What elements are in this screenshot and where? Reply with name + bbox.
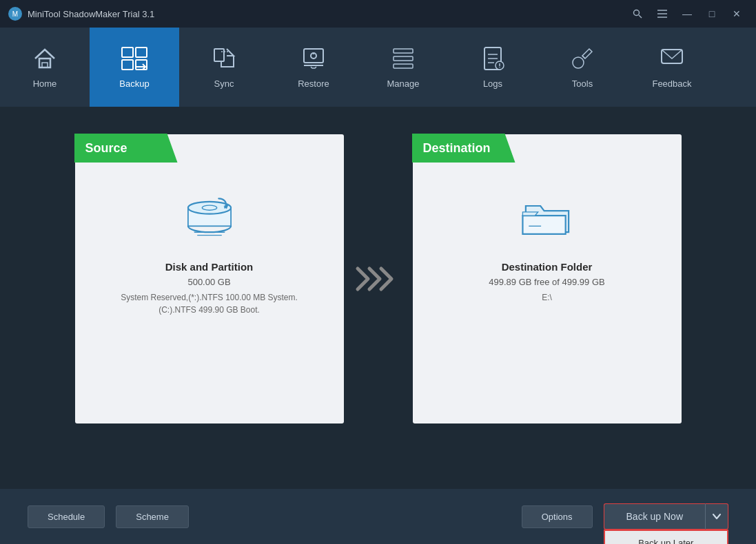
destination-free: 499.89 GB free of 499.99 GB <box>489 277 604 287</box>
nav-tools-label: Tools <box>572 79 593 89</box>
titlebar: M MiniTool ShadowMaker Trial 3.1 — □ ✕ <box>0 0 756 28</box>
backup-row: Source <box>34 134 722 423</box>
bottom-right: Options Back up Now Back up Later <box>522 503 728 530</box>
backup-dropdown-button[interactable] <box>705 503 728 530</box>
svg-rect-12 <box>304 49 323 63</box>
svg-rect-15 <box>394 49 413 53</box>
titlebar-left: M MiniTool ShadowMaker Trial 3.1 <box>8 7 154 21</box>
manage-icon <box>391 46 416 74</box>
app-icon: M <box>8 7 22 21</box>
nav-restore[interactable]: Restore <box>269 28 358 107</box>
nav-logs-label: Logs <box>483 79 502 89</box>
svg-rect-7 <box>122 48 133 57</box>
svg-point-0 <box>634 10 640 16</box>
nav-logs[interactable]: Logs <box>448 28 538 107</box>
minimize-button[interactable]: — <box>676 4 698 23</box>
nav-backup[interactable]: Backup <box>90 28 179 107</box>
nav-feedback-label: Feedback <box>652 79 691 89</box>
destination-header: Destination <box>412 134 515 163</box>
nav-feedback[interactable]: Feedback <box>627 28 717 107</box>
options-button[interactable]: Options <box>522 505 593 528</box>
source-size: 500.00 GB <box>121 277 298 287</box>
source-header: Source <box>74 134 178 163</box>
nav-backup-label: Backup <box>119 79 149 89</box>
destination-path: E:\ <box>489 291 604 304</box>
navbar: Home Backup Sync <box>0 28 756 107</box>
svg-point-25 <box>573 57 584 68</box>
nav-home[interactable]: Home <box>0 28 90 107</box>
nav-manage-label: Manage <box>387 79 420 89</box>
menu-icon[interactable] <box>651 4 673 23</box>
backup-icon <box>121 46 148 74</box>
backup-now-group: Back up Now <box>604 503 728 530</box>
feedback-icon <box>660 46 684 74</box>
svg-line-26 <box>582 56 585 59</box>
svg-rect-16 <box>394 56 413 61</box>
source-card[interactable]: Source <box>75 134 344 423</box>
logs-icon <box>480 46 505 74</box>
destination-icon-area <box>520 189 575 247</box>
scheme-button[interactable]: Scheme <box>116 505 189 528</box>
svg-rect-11 <box>214 49 224 61</box>
destination-info: Destination Folder 499.89 GB free of 499… <box>475 261 618 304</box>
nav-sync[interactable]: Sync <box>179 28 269 107</box>
destination-card[interactable]: Destination Destination Fol <box>413 134 682 423</box>
backup-dropdown-menu: Back up Later <box>604 530 728 544</box>
nav-manage[interactable]: Manage <box>358 28 448 107</box>
source-icon-area <box>182 189 237 247</box>
disk-icon <box>182 189 237 247</box>
nav-tools[interactable]: Tools <box>538 28 627 107</box>
svg-rect-8 <box>136 48 147 57</box>
restore-icon <box>301 46 326 74</box>
nav-restore-label: Restore <box>298 79 329 89</box>
schedule-button[interactable]: Schedule <box>28 505 105 528</box>
sync-icon <box>212 46 236 74</box>
search-icon[interactable] <box>626 4 648 23</box>
nav-home-label: Home <box>33 79 57 89</box>
backup-now-button[interactable]: Back up Now <box>604 503 705 530</box>
main-content: Source <box>0 107 756 444</box>
svg-rect-10 <box>136 60 147 70</box>
bottom-bar: Schedule Scheme Options Back up Now Back… <box>0 489 756 544</box>
nav-sync-label: Sync <box>214 79 234 89</box>
home-icon <box>32 46 57 74</box>
svg-rect-17 <box>394 64 413 68</box>
tools-icon <box>570 46 595 74</box>
svg-line-1 <box>639 15 642 18</box>
backup-later-item[interactable]: Back up Later <box>605 531 727 544</box>
close-button[interactable]: ✕ <box>726 4 748 23</box>
folder-icon <box>520 189 575 247</box>
chevrons <box>354 265 402 293</box>
app-title: MiniTool ShadowMaker Trial 3.1 <box>28 9 154 19</box>
titlebar-controls: — □ ✕ <box>626 4 748 23</box>
backup-group: Back up Now Back up Later <box>604 503 728 530</box>
bottom-left: Schedule Scheme <box>28 505 189 528</box>
source-details: System Reserved,(*:).NTFS 100.00 MB Syst… <box>121 291 298 316</box>
source-title: Disk and Partition <box>121 261 298 273</box>
svg-rect-9 <box>122 60 133 70</box>
maximize-button[interactable]: □ <box>701 4 723 23</box>
destination-title: Destination Folder <box>489 261 604 273</box>
arrow-area <box>344 265 413 293</box>
source-info: Disk and Partition 500.00 GB System Rese… <box>107 261 311 316</box>
